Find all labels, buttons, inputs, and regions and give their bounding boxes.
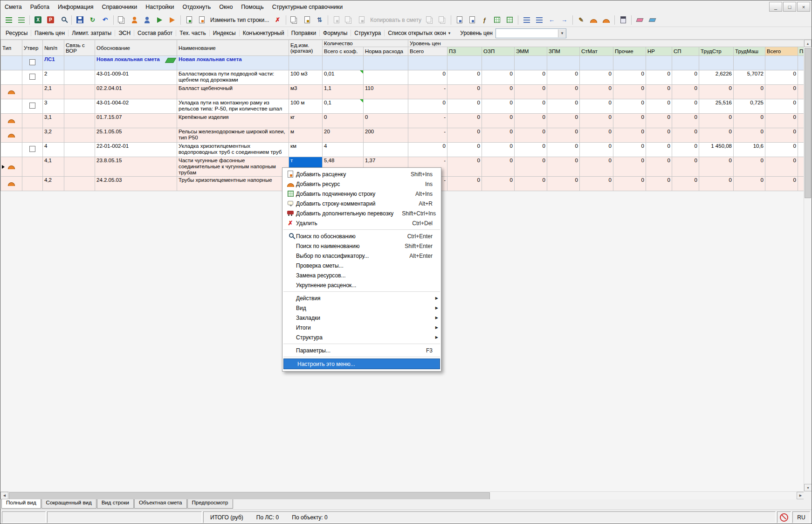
context-menu-item[interactable]: Поиск по обоснованиюCtrl+Enter (282, 231, 441, 241)
calculator-icon[interactable] (617, 14, 629, 26)
cell-sp[interactable]: 0 (672, 177, 699, 191)
cell-naimen[interactable]: Новая локальная смета (177, 56, 289, 70)
cell-emm[interactable]: 0 (515, 128, 547, 143)
cell-trudstr[interactable] (699, 56, 734, 70)
view-tab-4[interactable]: Объектная смета (134, 499, 187, 509)
estimate-structure-icon[interactable] (6, 17, 12, 23)
cell-tip[interactable] (1, 177, 22, 191)
cell-norma[interactable]: 200 (364, 128, 408, 143)
cell-svyaz[interactable] (64, 85, 95, 99)
cell-sp[interactable]: 0 (672, 143, 699, 157)
row-type-work-icon[interactable] (183, 14, 195, 26)
cell-npp[interactable]: 4,2 (43, 177, 64, 191)
cell-tip[interactable] (1, 157, 22, 177)
cell-ozp[interactable]: 0 (482, 114, 515, 128)
cell-naimen[interactable]: Трубы хризотилцементные напорные (177, 177, 289, 191)
menubar-item-1[interactable]: Смета (0, 0, 26, 13)
menubar-item-6[interactable]: Отдохнуть (179, 0, 215, 13)
search-icon[interactable] (62, 17, 66, 21)
price-level-combobox[interactable]: ▾ (495, 28, 566, 38)
column-header-sp[interactable]: СП (672, 47, 699, 56)
resource-mound-icon[interactable] (8, 90, 15, 94)
cell-stmat[interactable]: 0 (580, 157, 613, 177)
cell-trudstr[interactable]: 2,6226 (699, 70, 734, 85)
cell-vsego-koef[interactable] (323, 56, 364, 70)
cell-pz[interactable]: 0 (447, 99, 482, 114)
approve-checkbox[interactable] (29, 146, 35, 152)
view-tab-1[interactable]: Полный вид (1, 499, 41, 509)
cell-naimen[interactable]: Укладка хризотилцементных водопроводных … (177, 143, 289, 157)
cell-edizm[interactable]: км (289, 143, 323, 157)
cell-ozp[interactable]: 0 (482, 128, 515, 143)
column-header-norma[interactable]: Норма расхода (364, 47, 408, 56)
context-menu-item[interactable]: Добавить подчиненную строкуAlt+Ins (282, 189, 441, 199)
delete-row-icon[interactable]: ✗ (272, 14, 283, 26)
column-header-trudstr[interactable]: ТрудСтр (699, 47, 734, 56)
estimate-structure-icon[interactable] (3, 14, 14, 26)
paste-special-icon[interactable] (304, 16, 310, 23)
search-icon[interactable] (289, 233, 294, 238)
save-icon[interactable] (76, 16, 83, 23)
shift-right-icon[interactable]: → (560, 16, 569, 24)
cell-sp[interactable]: 0 (672, 99, 699, 114)
cell-utver[interactable] (22, 99, 43, 114)
column-header-npp[interactable]: №п/п (43, 40, 64, 56)
row-type-resource-icon[interactable] (199, 16, 205, 23)
view-tab-2[interactable]: Сокращенный вид (41, 499, 96, 509)
cell-sp[interactable]: 0 (672, 70, 699, 85)
cell-naimen[interactable]: Укладка пути на монтажную раму из рельсо… (177, 99, 289, 114)
shift-right-icon[interactable]: → (558, 14, 570, 26)
cell-nr[interactable]: 0 (646, 128, 672, 143)
cell-norma[interactable]: 110 (364, 85, 408, 99)
cell-pz[interactable]: 0 (447, 143, 482, 157)
cell-nr[interactable]: 0 (646, 177, 672, 191)
column-header-nr[interactable]: НР (646, 47, 672, 56)
outdent-rows-icon[interactable] (523, 17, 530, 23)
doc-back-icon[interactable] (454, 14, 465, 26)
cell-vsego2[interactable]: 0 (765, 128, 798, 143)
menubar-item-2[interactable]: Работа (26, 0, 54, 13)
resource-mound-icon[interactable] (8, 182, 15, 186)
cell-emm[interactable]: 0 (515, 114, 547, 128)
cell-stmat[interactable]: 0 (580, 114, 613, 128)
delete-icon[interactable]: ✗ (286, 219, 295, 228)
cell-norma[interactable]: 0 (364, 114, 408, 128)
approve-checkbox[interactable] (29, 59, 35, 65)
copy-row-icon[interactable] (116, 14, 128, 26)
shift-left-icon[interactable]: ← (546, 14, 557, 26)
sort-rows-icon[interactable]: ⇅ (316, 16, 324, 24)
cell-utver[interactable] (22, 70, 43, 85)
cell-vsego-koef[interactable]: 0,1 (323, 99, 364, 114)
cell-trudmash[interactable]: 0,725 (734, 99, 765, 114)
cell-ozp[interactable]: 0 (482, 157, 515, 177)
cell-utver[interactable] (22, 114, 43, 128)
cell-vsego[interactable]: 0 (408, 99, 447, 114)
column-header-svyaz[interactable]: Связь с ВОР (64, 40, 95, 56)
undo-icon[interactable]: ↶ (101, 16, 110, 24)
cell-npp[interactable]: ЛС1 (43, 56, 64, 70)
indent-rows-icon[interactable] (533, 14, 545, 26)
column-header-ozp[interactable]: ОЗП (482, 47, 515, 56)
open-windows-button[interactable]: Список открытых окон▾ (385, 30, 454, 36)
context-menu-item[interactable]: Поиск по наименованиюShift+Enter (282, 241, 441, 251)
export-excel-icon[interactable]: X (34, 16, 41, 23)
cell-svyaz[interactable] (64, 128, 95, 143)
context-menu-item[interactable]: ✗УдалитьCtrl+Del (282, 218, 441, 228)
cell-prochie[interactable]: 0 (613, 128, 646, 143)
cell-svyaz[interactable] (64, 56, 95, 70)
panel-button-3[interactable]: Лимит. затраты (69, 30, 115, 36)
cell-emm[interactable]: 0 (515, 157, 547, 177)
cell-npp[interactable]: 3,2 (43, 128, 64, 143)
cell-vsego2[interactable]: 0 (765, 157, 798, 177)
cell-zpm[interactable]: 0 (547, 157, 580, 177)
cell-nr[interactable]: 0 (646, 114, 672, 128)
tag-orange-icon[interactable] (170, 17, 175, 23)
column-header-pz[interactable]: ПЗ (447, 47, 482, 56)
cell-naimen[interactable]: Крепёжные изделия (177, 114, 289, 128)
cell-npp[interactable]: 3,1 (43, 114, 64, 128)
cell-stmat[interactable]: 0 (580, 70, 613, 85)
maximize-button[interactable]: □ (783, 2, 796, 12)
cell-ozp[interactable]: 0 (482, 177, 515, 191)
column-header-zpm[interactable]: ЗПМ (547, 47, 580, 56)
add-comment-icon[interactable] (288, 201, 293, 205)
